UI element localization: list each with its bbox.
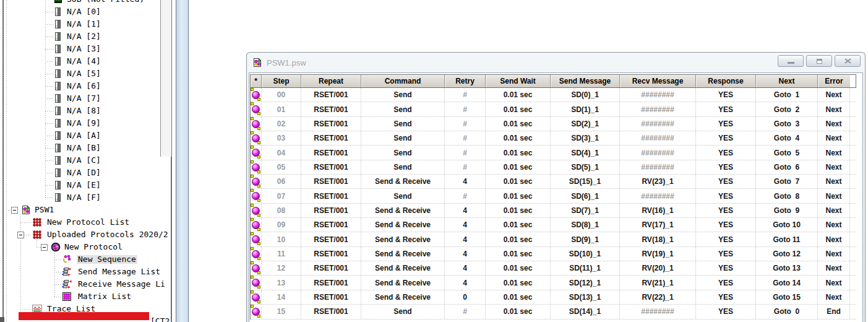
cell-step[interactable]: 09 <box>262 218 301 232</box>
cell-send[interactable]: SD(9)_1 <box>551 232 620 246</box>
cell-recv[interactable]: RV(18)_1 <box>620 232 696 246</box>
cell-recv[interactable]: RV(16)_1 <box>620 204 696 217</box>
row-marker-cell[interactable] <box>251 117 262 131</box>
cell-send[interactable]: SD(0)_1 <box>551 88 620 102</box>
cell-repeat[interactable]: RSET/001 <box>301 117 361 131</box>
cell-repeat[interactable]: RSET/001 <box>301 261 361 275</box>
row-marker-cell[interactable] <box>251 276 262 289</box>
cell-next[interactable]: Goto 7 <box>756 175 818 188</box>
column-header-error[interactable]: Error <box>818 75 850 87</box>
cell-recv[interactable]: ######## <box>620 117 696 131</box>
tree-item-n-a-3[interactable]: N/A [3] <box>0 43 171 55</box>
cell-send[interactable]: SD(15)_1 <box>551 175 620 188</box>
cell-step[interactable]: 13 <box>262 276 301 289</box>
cell-recv[interactable]: ######## <box>620 305 696 318</box>
column-header-repeat[interactable]: Repeat <box>301 75 361 87</box>
cell-response[interactable]: YES <box>696 218 756 232</box>
cell-command[interactable]: Send & Receive <box>361 276 445 289</box>
cell-repeat[interactable]: RSET/001 <box>301 102 361 116</box>
row-marker-cell[interactable] <box>251 146 262 159</box>
cell-command[interactable]: Send <box>361 146 445 159</box>
cell-send[interactable]: SD(6)_1 <box>551 189 620 202</box>
cell-next[interactable]: Goto 15 <box>756 290 818 304</box>
cell-response[interactable]: YES <box>696 276 756 289</box>
collapse-expander[interactable] <box>41 244 48 251</box>
cell-send[interactable]: SD(14)_1 <box>551 305 620 318</box>
cell-send[interactable]: SD(3)_1 <box>551 131 620 145</box>
cell-repeat[interactable]: RSET/001 <box>301 204 361 217</box>
cell-recv[interactable]: RV(21)_1 <box>620 276 696 289</box>
cell-step[interactable]: 12 <box>262 261 301 275</box>
cell-step[interactable]: 05 <box>262 160 301 174</box>
collapse-expander[interactable] <box>17 232 24 238</box>
tree-item-n-a-f[interactable]: N/A [F] <box>0 191 171 204</box>
cell-send[interactable]: SD(10)_1 <box>551 247 620 261</box>
cell-send[interactable]: SD(12)_1 <box>551 276 620 289</box>
tree-item-n-a-8[interactable]: N/A [8] <box>0 105 171 117</box>
cell-command[interactable]: Send & Receive <box>361 290 445 304</box>
cell-wait[interactable]: 0.01 sec <box>486 88 551 102</box>
cell-repeat[interactable]: RSET/001 <box>301 131 361 145</box>
cell-next[interactable]: Goto 1 <box>756 88 818 102</box>
cell-step[interactable]: 15 <box>262 305 301 318</box>
cell-send[interactable]: SD(7)_1 <box>551 204 620 217</box>
tree-item-matrix-list[interactable]: Matrix List <box>0 290 171 303</box>
cell-retry[interactable]: # <box>445 160 486 174</box>
cell-recv[interactable]: RV(22)_1 <box>620 290 696 304</box>
tree-item-n-a-9[interactable]: N/A [9] <box>0 117 171 129</box>
cell-error[interactable]: Next <box>818 247 850 261</box>
cell-error[interactable]: Next <box>818 232 850 246</box>
cell-wait[interactable]: 0.01 sec <box>486 160 551 174</box>
column-header-command[interactable]: Command <box>361 75 445 87</box>
row-marker-cell[interactable] <box>251 290 262 304</box>
cell-wait[interactable]: 0.01 sec <box>486 290 551 304</box>
column-header-send-wait[interactable]: Send Wait <box>486 75 551 87</box>
cell-retry[interactable]: # <box>445 102 486 116</box>
cell-retry[interactable]: # <box>445 146 486 159</box>
column-header-recv-message[interactable]: Recv Message <box>620 75 696 87</box>
cell-response[interactable]: YES <box>696 305 756 318</box>
cell-error[interactable]: Next <box>818 88 850 102</box>
cell-recv[interactable]: ######## <box>620 146 696 159</box>
cell-recv[interactable]: ######## <box>620 131 696 145</box>
cell-step[interactable]: 04 <box>262 146 301 159</box>
cell-next[interactable]: Goto 11 <box>756 232 818 246</box>
cell-send[interactable]: SD(11)_1 <box>551 261 620 275</box>
collapse-expander[interactable] <box>11 207 18 214</box>
cell-wait[interactable]: 0.01 sec <box>486 261 551 275</box>
row-marker-cell[interactable] <box>251 218 262 232</box>
cell-response[interactable]: YES <box>696 261 756 275</box>
cell-next[interactable]: Goto 14 <box>756 276 818 289</box>
tree-item-new-protocol[interactable]: New Protocol <box>0 241 171 253</box>
tree-item-n-a-d[interactable]: N/A [D] <box>0 167 171 179</box>
cell-send[interactable]: SD(4)_1 <box>551 146 620 159</box>
cell-recv[interactable]: RV(23)_1 <box>620 175 696 188</box>
cell-repeat[interactable]: RSET/001 <box>301 189 361 202</box>
row-marker-cell[interactable] <box>251 131 262 145</box>
row-marker-cell[interactable] <box>251 175 262 188</box>
cell-retry[interactable]: 4 <box>445 204 486 217</box>
row-marker-cell[interactable] <box>251 88 262 102</box>
cell-error[interactable]: Next <box>818 131 850 145</box>
cell-next[interactable]: Goto 8 <box>756 189 818 202</box>
row-marker-cell[interactable] <box>251 204 262 217</box>
tree-item-new-protocol-list[interactable]: New Protocol List <box>0 216 171 228</box>
cell-wait[interactable]: 0.01 sec <box>486 189 551 202</box>
cell-step[interactable]: 01 <box>262 102 301 116</box>
cell-command[interactable]: Send <box>361 305 445 318</box>
cell-recv[interactable]: ######## <box>620 88 696 102</box>
cell-error[interactable]: Next <box>818 218 850 232</box>
cell-step[interactable]: 07 <box>262 189 301 202</box>
cell-recv[interactable]: RV(20)_1 <box>620 261 696 275</box>
cell-next[interactable]: Goto 2 <box>756 102 818 116</box>
cell-next[interactable]: Goto 6 <box>756 160 818 174</box>
cell-next[interactable]: Goto 10 <box>756 218 818 232</box>
cell-error[interactable]: Next <box>818 189 850 202</box>
cell-next[interactable]: Goto 4 <box>756 131 818 145</box>
cell-wait[interactable]: 0.01 sec <box>486 218 551 232</box>
cell-wait[interactable]: 0.01 sec <box>486 102 551 116</box>
tree-item-n-a-1[interactable]: N/A [1] <box>0 18 171 30</box>
tree-item-psw1[interactable]: PSW1 <box>0 204 171 216</box>
tree-item-n-a-b[interactable]: N/A [B] <box>0 142 171 154</box>
cell-error[interactable]: Next <box>818 276 850 289</box>
